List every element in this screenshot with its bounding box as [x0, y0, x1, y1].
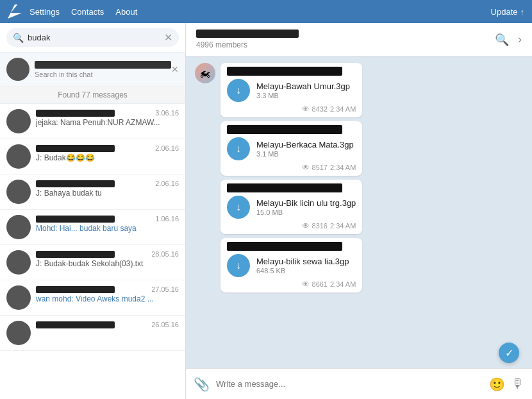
download-button[interactable]: ↓	[227, 196, 250, 219]
file-size: 3.1 MB	[256, 150, 354, 158]
file-message: ↓ Melayu-Bik licin ulu trg.3gp 15.0 MB 👁…	[220, 180, 362, 234]
search-close-icon[interactable]: ✕	[171, 64, 179, 74]
file-info: Melayu-Bik licin ulu trg.3gp 15.0 MB	[256, 198, 356, 216]
download-button[interactable]: ↓	[227, 137, 250, 160]
chat-date: 2.06.16	[155, 180, 179, 187]
message-input[interactable]	[216, 379, 483, 389]
views-icon: 👁	[302, 163, 310, 172]
chat-item[interactable]: 2.06.16 J: Budak😂😂😂	[0, 139, 185, 174]
search-icon: 🔍	[13, 33, 24, 43]
file-message: ↓ Melayu-bilik sewa lia.3gp 648.5 KB 👁 8…	[220, 238, 362, 293]
chat-members: 4996 members	[196, 40, 495, 49]
file-info: Melayu-Bawah Umur.3gp 3.3 MB	[256, 81, 350, 99]
microphone-icon[interactable]: 🎙	[511, 377, 524, 391]
file-size: 3.3 MB	[256, 92, 350, 99]
avatar	[6, 109, 31, 133]
file-name: Melayu-bilik sewa lia.3gp	[256, 257, 349, 266]
message-time: 2:34 AM	[330, 105, 356, 113]
chat-item[interactable]: 2.06.16 J: Bahaya budak tu	[0, 174, 185, 210]
sender-name-bar	[227, 242, 342, 251]
update-arrow-icon: ↑	[520, 7, 525, 17]
message-input-area: 📎 🙂 🎙	[186, 368, 532, 399]
search-box: 🔍 ✕	[0, 23, 185, 53]
download-button[interactable]: ↓	[227, 254, 250, 277]
contacts-menu-item[interactable]: Contacts	[71, 7, 104, 17]
attach-icon[interactable]: 📎	[194, 377, 210, 392]
chat-header-info: 4996 members	[196, 30, 495, 49]
avatar	[6, 250, 31, 275]
views-icon: 👁	[302, 221, 310, 230]
chat-content: 26.05.16	[36, 321, 179, 330]
file-size: 648.5 KB	[256, 267, 349, 275]
sender-avatar: 🏍	[195, 63, 215, 83]
chat-item[interactable]: 3.06.16 jejaka: Nama Penuh:NUR AZMAW...	[0, 104, 185, 139]
chat-content: 2.06.16 J: Bahaya budak tu	[36, 180, 179, 198]
settings-menu-item[interactable]: Settings	[29, 7, 60, 17]
chat-date: 2.06.16	[155, 144, 179, 152]
chat-name-bar	[36, 145, 115, 152]
chat-name-bar	[36, 110, 115, 117]
chat-content: 27.05.16 wan mohd: Video Aweks muda2 ...	[36, 285, 179, 303]
message-meta: 👁 8316 2:34 AM	[227, 221, 356, 230]
avatar	[6, 215, 31, 239]
sender-name-bar	[227, 67, 342, 76]
chat-item[interactable]: 27.05.16 wan mohd: Video Aweks muda2 ...	[0, 280, 185, 316]
search-in-chat-label: Search in this chat	[35, 71, 171, 78]
telegram-logo-icon	[8, 4, 22, 19]
chat-content: 3.06.16 jejaka: Nama Penuh:NUR AZMAW...	[36, 109, 179, 127]
sender-name-bar	[227, 183, 342, 192]
search-result-item[interactable]: Search in this chat ✕	[0, 53, 185, 87]
file-row: ↓ Melayu-Bawah Umur.3gp 3.3 MB	[227, 79, 356, 102]
avatar	[6, 180, 31, 204]
file-name: Melayu-Berkaca Mata.3gp	[256, 140, 354, 149]
search-icon[interactable]: 🔍	[495, 33, 509, 47]
chat-name-bar	[36, 321, 115, 328]
chat-content: 28.05.16 J: Budak-budak Sekolah(03).txt	[36, 250, 179, 268]
view-count: 8517	[312, 164, 328, 171]
sender-name-bar	[227, 125, 342, 134]
file-info: Melayu-bilik sewa lia.3gp 648.5 KB	[256, 257, 349, 275]
scroll-down-button[interactable]: ✓	[499, 343, 519, 363]
file-name: Melayu-Bik licin ulu trg.3gp	[256, 198, 356, 208]
chat-content: 1.06.16 Mohd: Hai... budak baru saya	[36, 215, 179, 233]
search-clear-icon[interactable]: ✕	[164, 31, 172, 44]
chat-date: 27.05.16	[151, 285, 179, 293]
search-input[interactable]	[28, 33, 164, 42]
chat-preview: J: Budak😂😂😂	[36, 153, 179, 162]
file-name: Melayu-Bawah Umur.3gp	[256, 81, 350, 91]
chat-item[interactable]: 26.05.16	[0, 316, 185, 351]
message-time: 2:34 AM	[330, 222, 356, 230]
chevron-right-icon[interactable]: ›	[518, 33, 522, 47]
chat-preview: J: Budak-budak Sekolah(03).txt	[36, 259, 179, 268]
chat-date: 1.06.16	[155, 215, 179, 223]
file-row: ↓ Melayu-Bik licin ulu trg.3gp 15.0 MB	[227, 196, 356, 219]
right-panel: 4996 members 🔍 › 🏍	[186, 23, 532, 399]
chat-preview: Mohd: Hai... budak baru saya	[36, 224, 179, 233]
view-count: 8661	[312, 280, 328, 288]
avatar	[6, 285, 31, 310]
file-message: ↓ Melayu-Bawah Umur.3gp 3.3 MB 👁 8432 2:…	[220, 63, 362, 117]
chat-name-bar	[36, 180, 115, 187]
download-button[interactable]: ↓	[227, 79, 250, 102]
chat-header: 4996 members 🔍 ›	[186, 23, 532, 56]
chat-list: 3.06.16 jejaka: Nama Penuh:NUR AZMAW... …	[0, 104, 185, 399]
chat-date: 3.06.16	[155, 109, 179, 117]
file-row: ↓ Melayu-Berkaca Mata.3gp 3.1 MB	[227, 137, 356, 160]
chat-name-bar	[36, 216, 115, 223]
views-icon: 👁	[302, 105, 310, 114]
update-button[interactable]: Update ↑	[491, 7, 524, 17]
found-messages-banner: Found 77 messages	[0, 87, 185, 104]
chat-preview: wan mohd: Video Aweks muda2 ...	[36, 294, 179, 303]
chat-item[interactable]: 28.05.16 J: Budak-budak Sekolah(03).txt	[0, 245, 185, 280]
chat-name-bar	[36, 251, 115, 258]
emoji-icon[interactable]: 🙂	[489, 377, 505, 392]
about-menu-item[interactable]: About	[115, 7, 137, 17]
chat-preview: J: Bahaya budak tu	[36, 189, 179, 198]
views-icon: 👁	[302, 280, 310, 289]
message-meta: 👁 8661 2:34 AM	[227, 280, 356, 289]
message-time: 2:34 AM	[330, 280, 356, 288]
file-size: 15.0 MB	[256, 208, 356, 216]
chat-item[interactable]: 1.06.16 Mohd: Hai... budak baru saya	[0, 210, 185, 245]
chat-name-bar	[36, 286, 115, 293]
left-panel: 🔍 ✕ Search in this chat ✕ Found 77 messa…	[0, 23, 186, 399]
